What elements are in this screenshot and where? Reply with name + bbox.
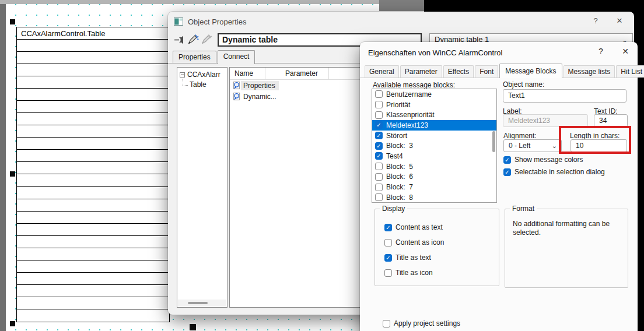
show-message-colors-label: Show message colors <box>514 156 583 164</box>
dialog-title: Eigenschaften von WinCC AlarmControl <box>368 48 503 57</box>
scrollbar-thumb[interactable] <box>492 131 495 152</box>
object-properties-titlebar[interactable]: Object Properties ? ✕ <box>168 12 634 31</box>
checkbox-icon[interactable] <box>375 111 383 119</box>
tree-node-table[interactable]: Table <box>177 79 227 89</box>
message-block-item[interactable]: Block: 5 <box>372 161 496 172</box>
text-id-field[interactable]: 34 <box>594 114 628 127</box>
message-block-item[interactable]: Priorität <box>372 100 496 110</box>
checkbox-icon[interactable]: ✓ <box>375 132 383 139</box>
checkbox-icon[interactable]: ✓ <box>384 254 392 262</box>
checkbox-icon[interactable]: ✓ <box>384 224 392 231</box>
display-option-row[interactable]: ✓Title as text <box>384 250 495 265</box>
display-group-title: Display <box>380 205 407 213</box>
selection-handle-middle-left[interactable] <box>10 171 15 177</box>
tab-message-lists[interactable]: Message lists <box>564 65 615 78</box>
column-header-parameter[interactable]: Parameter <box>285 69 318 78</box>
checkbox-icon[interactable]: ✓ <box>503 156 511 164</box>
tab-effects[interactable]: Effects <box>443 65 474 78</box>
tab-font[interactable]: Font <box>475 65 498 78</box>
message-block-item[interactable]: ✓Block: 3 <box>372 140 496 151</box>
selection-handle-bottom-left[interactable] <box>10 321 15 326</box>
checkbox-icon[interactable]: ✓ <box>375 152 383 160</box>
length-in-chars-field[interactable]: 10 <box>570 139 627 152</box>
delete-dynamic-icon-disabled <box>201 34 212 44</box>
message-block-item[interactable]: ✓Test4 <box>372 151 496 161</box>
display-option-row[interactable]: Content as icon <box>384 235 495 250</box>
checkbox-icon[interactable] <box>375 173 383 181</box>
message-block-item[interactable]: Block: 6 <box>372 172 496 182</box>
checkbox-icon[interactable] <box>375 184 383 191</box>
message-block-label: Störort <box>386 132 407 140</box>
table-row <box>17 113 169 125</box>
checkbox-icon[interactable] <box>383 320 390 328</box>
selectable-in-selection-dialog-row[interactable]: ✓ Selectable in selection dialog <box>503 168 605 176</box>
canvas-top-strip <box>0 0 379 4</box>
checkbox-icon[interactable]: ✓ <box>375 142 383 150</box>
tree-node-root[interactable]: CCAxAlarr <box>177 68 227 79</box>
message-block-item[interactable]: Block: 8 <box>372 192 496 203</box>
table-row <box>17 101 169 113</box>
selection-handle-top-left[interactable] <box>10 19 15 24</box>
tree-horizontal-scrollbar[interactable] <box>178 300 226 307</box>
alignment-label: Alignment: <box>503 132 537 140</box>
tab-parameter[interactable]: Parameter <box>400 65 442 78</box>
table-row <box>17 297 169 309</box>
message-block-label: Block: 7 <box>386 183 413 191</box>
table-row: CCAxAlarmControl.Table <box>17 27 169 40</box>
pin-icon[interactable] <box>174 36 186 44</box>
message-block-item[interactable]: Benutzername <box>372 89 496 100</box>
format-groupbox: Format No additional formatting can be s… <box>505 209 628 288</box>
checkbox-icon[interactable] <box>375 193 383 201</box>
help-button[interactable]: ? <box>594 47 607 56</box>
selection-handle-bottom-middle[interactable] <box>190 324 196 330</box>
message-block-label: Klassenpriorität <box>386 111 435 119</box>
message-block-item[interactable]: Klassenpriorität <box>372 110 496 120</box>
table-row <box>17 212 169 224</box>
message-blocks-label: Available message blocks: <box>373 81 455 89</box>
column-header-name[interactable]: Name <box>235 69 253 78</box>
display-option-row[interactable]: Title as icon <box>384 265 495 280</box>
checkbox-icon[interactable]: ✓ <box>375 121 383 129</box>
message-block-item[interactable]: ✓Störort <box>372 131 496 141</box>
event-row-label: Properties <box>241 81 279 90</box>
message-blocks-list[interactable]: BenutzernamePrioritätKlassenpriorität✓Me… <box>372 89 497 203</box>
collapse-icon[interactable] <box>180 72 185 78</box>
tab-hit-list[interactable]: Hit List <box>616 65 644 78</box>
alarmcontrol-titlebar[interactable]: Eigenschaften von WinCC AlarmControl ? ✕ <box>360 42 638 64</box>
event-row-label: Dynamic... <box>241 92 280 101</box>
help-button[interactable]: ? <box>589 16 602 25</box>
column-divider[interactable] <box>328 68 329 80</box>
properties-doc-icon <box>232 92 241 101</box>
object-tree-panel[interactable]: CCAxAlarr Table <box>177 67 228 308</box>
checkbox-icon[interactable] <box>375 101 383 108</box>
checkbox-icon[interactable] <box>375 163 383 170</box>
message-block-label: Meldetext123 <box>386 121 428 129</box>
alignment-select[interactable]: 0 - Left ⌄ <box>503 139 562 152</box>
list-vertical-scrollbar[interactable] <box>492 90 495 201</box>
message-block-label: Block: 5 <box>386 163 413 171</box>
checkbox-icon[interactable] <box>375 90 383 98</box>
checkbox-icon[interactable] <box>384 239 392 247</box>
scrollbar-thumb[interactable] <box>188 302 208 304</box>
show-message-colors-row[interactable]: ✓ Show message colors <box>503 156 583 164</box>
close-button[interactable]: ✕ <box>619 47 632 56</box>
edit-dynamic-icon[interactable] <box>188 34 199 44</box>
alarmcontrol-properties-dialog: Eigenschaften von WinCC AlarmControl ? ✕… <box>360 42 638 331</box>
tab-connect[interactable]: Connect <box>218 50 256 64</box>
display-options: ✓Content as textContent as icon✓Title as… <box>384 220 495 280</box>
object-name-field[interactable]: Text1 <box>503 89 626 103</box>
close-button[interactable]: ✕ <box>613 16 626 25</box>
checkbox-icon[interactable] <box>384 269 392 277</box>
tab-message-blocks[interactable]: Message Blocks <box>499 64 562 78</box>
tab-properties[interactable]: Properties <box>173 51 216 64</box>
alarm-table[interactable]: CCAxAlarmControl.Table <box>16 27 170 322</box>
message-block-item[interactable]: ✓Meldetext123 <box>372 120 496 131</box>
column-divider[interactable] <box>265 68 265 80</box>
checkbox-icon[interactable]: ✓ <box>503 168 511 176</box>
tab-general[interactable]: General <box>365 65 399 78</box>
table-row <box>17 285 169 297</box>
message-block-item[interactable]: Block: 7 <box>372 182 496 192</box>
apply-project-settings-row[interactable]: Apply project settings <box>383 319 460 328</box>
table-row <box>17 187 169 199</box>
display-option-row[interactable]: ✓Content as text <box>384 220 495 235</box>
